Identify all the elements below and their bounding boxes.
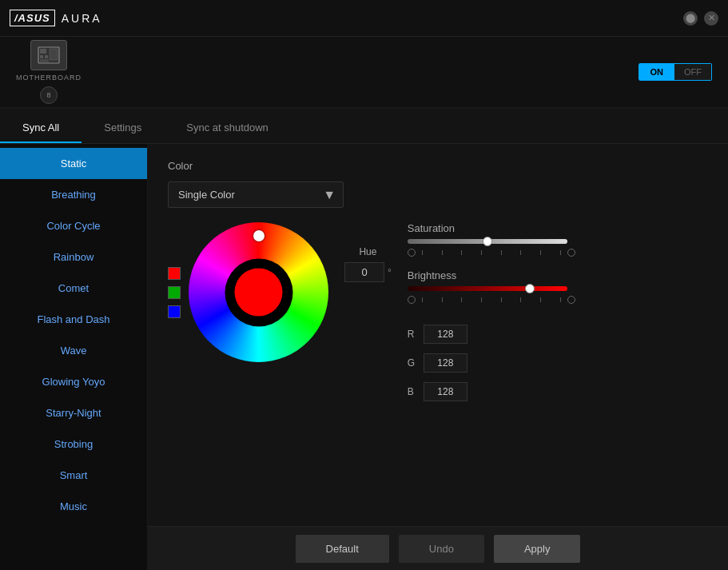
- g-label: G: [408, 357, 417, 369]
- saturation-slider[interactable]: [408, 239, 567, 244]
- device-icon-img: [30, 40, 67, 70]
- default-button[interactable]: Default: [296, 535, 389, 563]
- device-label: MOTHERBOARD: [16, 74, 82, 82]
- color-swatches: [168, 267, 181, 318]
- titlebar-controls: ⬤ ✕: [683, 11, 718, 26]
- svg-rect-4: [50, 49, 58, 60]
- sat-circle-right: [567, 249, 575, 257]
- onoff-toggle[interactable]: ON OFF: [638, 63, 713, 81]
- sat-bright-rgb-section: Saturation: [408, 222, 575, 401]
- sidebar-item-color-cycle[interactable]: Color Cycle: [0, 210, 147, 241]
- wheel-center-circle: [235, 269, 283, 317]
- svg-rect-1: [40, 49, 46, 54]
- device-icon[interactable]: MOTHERBOARD 8: [16, 40, 82, 104]
- hue-input-row: °: [344, 262, 392, 282]
- wheel-swatches-section: [168, 222, 328, 362]
- sat-circle-left: [408, 249, 416, 257]
- brightness-slider[interactable]: [408, 286, 567, 291]
- tabs-bar: Sync All Settings Sync at shutdown: [0, 109, 728, 144]
- sidebar-item-smart[interactable]: Smart: [0, 460, 147, 491]
- toggle-off-button[interactable]: OFF: [674, 64, 711, 80]
- minimize-button[interactable]: ⬤: [683, 11, 698, 26]
- swatch-green[interactable]: [168, 286, 181, 299]
- brightness-label: Brightness: [408, 269, 575, 281]
- color-picker-area: Hue ° Saturation: [168, 222, 708, 401]
- svg-rect-3: [45, 55, 48, 58]
- b-label: B: [408, 386, 417, 397]
- r-label: R: [408, 329, 417, 340]
- saturation-tick-row: [408, 249, 575, 257]
- sidebar-item-static[interactable]: Static: [0, 148, 147, 179]
- hue-label: Hue: [359, 246, 376, 257]
- degree-symbol: °: [388, 267, 392, 278]
- app-logo: /ASUS AURA: [10, 10, 102, 26]
- device-badge: 8: [40, 86, 58, 104]
- sidebar-item-flash-and-dash[interactable]: Flash and Dash: [0, 304, 147, 335]
- rgb-g-row: G: [408, 353, 575, 373]
- apply-button[interactable]: Apply: [494, 535, 581, 563]
- brightness-tick-row: [408, 296, 575, 304]
- wheel-selector-handle[interactable]: [253, 230, 265, 241]
- wheel-canvas[interactable]: [189, 222, 328, 362]
- motherboard-icon: [38, 44, 60, 66]
- app-title: AURA: [62, 12, 102, 25]
- svg-rect-2: [40, 55, 43, 58]
- sidebar-item-comet[interactable]: Comet: [0, 273, 147, 304]
- rgb-section: R G B: [408, 325, 575, 401]
- sidebar-item-rainbow[interactable]: Rainbow: [0, 241, 147, 273]
- toggle-on-button[interactable]: ON: [639, 64, 675, 80]
- color-section-label: Color: [168, 160, 708, 172]
- close-button[interactable]: ✕: [704, 11, 718, 26]
- asus-logo-text: /ASUS: [10, 10, 55, 26]
- swatch-blue[interactable]: [168, 305, 181, 318]
- sidebar-item-starry-night[interactable]: Starry-Night: [0, 397, 147, 428]
- brightness-group: Brightness: [408, 269, 575, 304]
- undo-button[interactable]: Undo: [399, 535, 484, 563]
- sidebar-item-music[interactable]: Music: [0, 491, 147, 522]
- rgb-r-row: R: [408, 325, 575, 344]
- saturation-group: Saturation: [408, 222, 575, 257]
- hue-input[interactable]: [344, 262, 384, 282]
- sidebar-item-glowing-yoyo[interactable]: Glowing Yoyo: [0, 366, 147, 397]
- swatch-red[interactable]: [168, 267, 181, 280]
- bright-circle-left: [408, 296, 416, 304]
- sidebar-item-wave[interactable]: Wave: [0, 335, 147, 366]
- rgb-b-row: B: [408, 382, 575, 401]
- sat-ticks: [419, 250, 564, 255]
- bottom-bar: Default Undo Apply: [148, 526, 728, 570]
- saturation-label: Saturation: [408, 222, 575, 234]
- tab-sync-at-shutdown[interactable]: Sync at shutdown: [164, 114, 291, 143]
- hue-section: Hue °: [344, 246, 392, 282]
- main-area: Static Breathing Color Cycle Rainbow Com…: [0, 144, 728, 570]
- titlebar: /ASUS AURA ⬤ ✕: [0, 0, 728, 37]
- bright-circle-right: [567, 296, 575, 304]
- bright-ticks: [419, 297, 564, 302]
- color-dropdown-container: Single Color Custom ▼: [168, 181, 344, 208]
- b-input[interactable]: [424, 382, 467, 401]
- sidebar-item-breathing[interactable]: Breathing: [0, 179, 147, 210]
- sidebar: Static Breathing Color Cycle Rainbow Com…: [0, 144, 148, 570]
- r-input[interactable]: [424, 325, 467, 344]
- tab-sync-all[interactable]: Sync All: [0, 114, 82, 143]
- devicebar: MOTHERBOARD 8 ON OFF: [0, 37, 728, 109]
- wheel-inner-mask: [225, 258, 292, 326]
- color-wheel[interactable]: [189, 222, 328, 362]
- g-input[interactable]: [424, 353, 467, 373]
- content-area: Color Single Color Custom ▼: [148, 144, 728, 570]
- color-dropdown[interactable]: Single Color Custom: [168, 181, 344, 208]
- sidebar-item-strobing[interactable]: Strobing: [0, 428, 147, 460]
- tab-settings[interactable]: Settings: [82, 114, 164, 143]
